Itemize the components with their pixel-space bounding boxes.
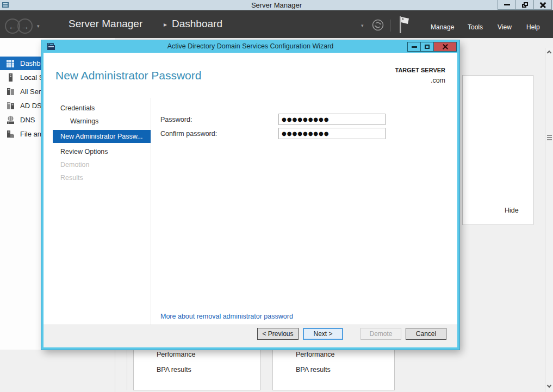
dialog-body: New Administrator Password TARGET SERVER… xyxy=(44,53,457,325)
window-title: Server Manager xyxy=(0,1,553,9)
tile-link-performance[interactable]: Performance xyxy=(296,351,335,358)
menu-help[interactable]: Help xyxy=(526,23,540,31)
dialog-heading: New Administrator Password xyxy=(55,69,201,82)
sidebar-item-label: All Ser xyxy=(20,88,41,96)
cancel-button[interactable]: Cancel xyxy=(406,328,446,340)
file-storage-icon xyxy=(6,129,15,139)
wizard-nav-results: Results xyxy=(53,171,151,184)
wizard-nav-warnings[interactable]: Warnings xyxy=(53,115,151,128)
confirm-password-input[interactable] xyxy=(278,128,386,139)
dashboard-grid-icon xyxy=(6,59,15,68)
next-button[interactable]: Next > xyxy=(303,328,343,340)
more-about-link[interactable]: More about removal administrator passwor… xyxy=(160,313,293,320)
wizard-nav-review-options[interactable]: Review Options xyxy=(53,145,151,158)
screen: Server Manager ← → ▾ Server Manager ▸ Da… xyxy=(0,0,553,392)
dialog-titlebar[interactable]: Active Directory Domain Services Configu… xyxy=(41,40,459,53)
breadcrumb-current[interactable]: Dashboard xyxy=(172,18,222,30)
password-input[interactable] xyxy=(278,114,386,125)
previous-button[interactable]: < Previous xyxy=(257,328,299,340)
scrollbar-grip-icon xyxy=(547,135,552,136)
pane-divider xyxy=(115,350,115,392)
nav-dropdown-caret-icon[interactable]: ▾ xyxy=(37,23,40,29)
dashboard-tile: Performance BPA results xyxy=(133,350,260,390)
breadcrumb-root[interactable]: Server Manager xyxy=(69,18,142,30)
window-restore-button[interactable] xyxy=(515,0,534,10)
window-titlebar[interactable]: Server Manager xyxy=(0,0,553,10)
wizard-nav-new-admin-password[interactable]: New Administrator Passw... xyxy=(53,130,151,143)
close-icon xyxy=(443,44,448,49)
maximize-icon xyxy=(425,45,430,49)
local-server-icon xyxy=(6,73,15,82)
dialog-title: Active Directory Domain Services Configu… xyxy=(41,42,459,50)
forward-button[interactable]: → xyxy=(17,18,33,34)
minimize-icon xyxy=(412,46,417,48)
dialog-close-button[interactable] xyxy=(433,42,457,52)
dns-icon xyxy=(6,115,15,125)
password-label: Password: xyxy=(160,116,192,123)
scroll-down-icon[interactable] xyxy=(547,383,551,388)
scrollbar-grip-icon xyxy=(547,137,552,138)
target-server-label: TARGET SERVER xyxy=(395,67,446,73)
notifications-flag-icon[interactable] xyxy=(399,16,411,36)
sidebar-item-label: AD DS xyxy=(20,102,42,110)
scrollbar-grip-icon xyxy=(547,139,552,140)
vertical-scrollbar[interactable] xyxy=(545,48,553,392)
window-close-button[interactable] xyxy=(533,0,552,10)
ad-ds-icon xyxy=(6,101,15,110)
breadcrumb-separator-icon: ▸ xyxy=(164,21,167,28)
sidebar-item-label: Dashb xyxy=(20,59,41,67)
hide-button[interactable]: Hide xyxy=(505,207,519,214)
restore-icon xyxy=(522,2,528,8)
menu-tools[interactable]: Tools xyxy=(468,23,483,31)
menu-view[interactable]: View xyxy=(498,23,512,31)
dashboard-tile: Performance BPA results xyxy=(272,350,395,390)
scroll-up-icon[interactable] xyxy=(547,51,551,55)
window-controls xyxy=(498,0,552,10)
dialog-minimize-button[interactable] xyxy=(407,42,421,52)
dialog-maximize-button[interactable] xyxy=(420,42,434,52)
app-header: ← → ▾ Server Manager ▸ Dashboard ▾ Manag… xyxy=(0,10,553,38)
menu-manage[interactable]: Manage xyxy=(431,23,454,31)
sidebar-item-label: File an xyxy=(20,130,41,138)
wizard-nav-demotion: Demotion xyxy=(53,158,151,171)
wizard-nav-credentials[interactable]: Credentials xyxy=(53,102,151,115)
close-icon xyxy=(540,2,546,8)
sidebar-item-label: DNS xyxy=(20,116,35,124)
demote-button: Demote xyxy=(361,328,401,340)
dialog-footer: < Previous Next > Demote Cancel xyxy=(44,325,457,347)
nav-content-divider xyxy=(151,98,151,332)
adds-wizard-dialog: Active Directory Domain Services Configu… xyxy=(41,40,459,350)
confirm-password-label: Confirm password: xyxy=(160,130,217,138)
back-arrow-icon: ← xyxy=(9,22,17,30)
breadcrumb-dropdown-caret-icon[interactable]: ▾ xyxy=(361,23,364,28)
target-server-domain: .com xyxy=(431,77,445,84)
tile-link-bpa-results[interactable]: BPA results xyxy=(157,366,191,374)
dialog-controls xyxy=(408,42,457,52)
tile-link-performance[interactable]: Performance xyxy=(157,351,196,358)
sidebar-item-label: Local S xyxy=(20,73,44,82)
window-minimize-button[interactable] xyxy=(498,0,516,10)
tile-edge-line xyxy=(127,350,127,390)
refresh-icon[interactable] xyxy=(372,19,384,33)
header-divider xyxy=(390,20,390,32)
tile-link-bpa-results[interactable]: BPA results xyxy=(296,366,331,374)
minimize-icon xyxy=(504,4,510,5)
all-servers-icon xyxy=(6,87,15,96)
forward-arrow-icon: → xyxy=(21,22,29,30)
welcome-panel xyxy=(462,75,533,225)
